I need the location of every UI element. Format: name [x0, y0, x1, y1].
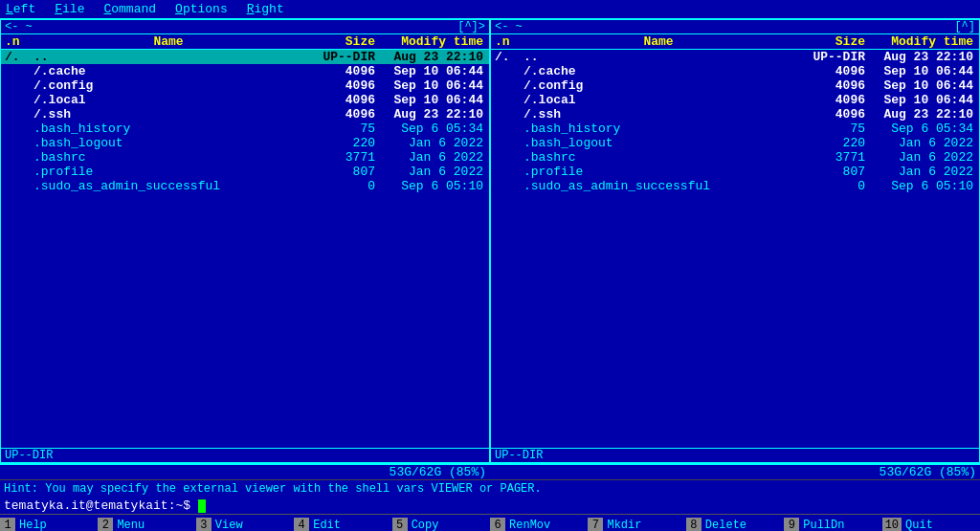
- left-panel-files[interactable]: /...UP--DIRAug 23 22:10/.cache4096Sep 10…: [1, 50, 489, 448]
- left-panel-topbar-right: [^]>: [457, 20, 485, 33]
- top-menu: Left File Command Options Right: [0, 0, 980, 19]
- left-panel: <- ~ [^]> .n Name Size Modify time /...U…: [0, 19, 490, 463]
- fkey-label-6: RenMov: [505, 518, 588, 532]
- fkey-4[interactable]: 4Edit: [294, 515, 391, 531]
- right-panel-path: <- ~: [495, 20, 523, 33]
- list-item[interactable]: /.config4096Sep 10 06:44: [491, 78, 979, 93]
- left-disk-status: 53G/62G (85%): [0, 464, 490, 479]
- menu-options[interactable]: Options: [175, 2, 228, 16]
- fkey-num-10: 10: [882, 518, 902, 532]
- right-panel: <- ~ [^] .n Name Size Modify time /...UP…: [490, 19, 980, 463]
- right-col-modify-header: Modify time: [865, 34, 975, 49]
- panels-container: <- ~ [^]> .n Name Size Modify time /...U…: [0, 19, 980, 464]
- list-item[interactable]: .bash_history75Sep 6 05:34: [1, 122, 489, 136]
- fkey-2[interactable]: 2Menu: [98, 515, 195, 531]
- fkey-label-1: Help: [15, 518, 98, 532]
- fkey-label-5: Copy: [408, 518, 490, 532]
- right-panel-topbar: <- ~ [^]: [491, 20, 979, 34]
- right-col-n-header: .n: [495, 34, 523, 49]
- fkey-num-5: 5: [392, 518, 408, 532]
- left-panel-path: <- ~: [5, 20, 33, 33]
- list-item[interactable]: /...UP--DIRAug 23 22:10: [491, 50, 979, 64]
- fkey-6[interactable]: 6RenMov: [490, 515, 588, 531]
- list-item[interactable]: .bash_history75Sep 6 05:34: [491, 122, 979, 136]
- left-panel-topbar: <- ~ [^]>: [1, 20, 489, 34]
- right-panel-topbar-right: [^]: [954, 20, 975, 33]
- fkey-10[interactable]: 10Quit: [882, 515, 980, 531]
- list-item[interactable]: /...UP--DIRAug 23 22:10: [1, 50, 489, 64]
- cmdline[interactable]: tematyka.it@tematykait:~$: [0, 498, 980, 514]
- menu-file[interactable]: File: [55, 2, 84, 16]
- list-item[interactable]: .bashrc3771Jan 6 2022: [491, 150, 979, 165]
- right-panel-statusbar: UP--DIR: [491, 448, 979, 462]
- fkey-label-7: Mkdir: [603, 518, 685, 532]
- right-col-name-header: Name: [523, 34, 793, 49]
- list-item[interactable]: /.local4096Sep 10 06:44: [1, 93, 489, 107]
- left-panel-header: .n Name Size Modify time: [1, 34, 489, 50]
- fkey-label-10: Quit: [902, 518, 980, 532]
- list-item[interactable]: .sudo_as_admin_successful0Sep 6 05:10: [1, 179, 489, 193]
- fkey-label-3: View: [212, 518, 294, 532]
- function-keys-bar: 1Help2Menu3View4Edit5Copy6RenMov7Mkdir8D…: [0, 514, 980, 531]
- fkey-1[interactable]: 1Help: [0, 515, 98, 531]
- menu-left[interactable]: Left: [6, 2, 35, 16]
- menu-right[interactable]: Right: [247, 2, 284, 16]
- fkey-5[interactable]: 5Copy: [392, 515, 490, 531]
- list-item[interactable]: /.cache4096Sep 10 06:44: [1, 64, 489, 78]
- left-col-n-header: .n: [5, 34, 33, 49]
- fkey-8[interactable]: 8Delete: [686, 515, 784, 531]
- right-panel-files[interactable]: /...UP--DIRAug 23 22:10/.cache4096Sep 10…: [491, 50, 979, 448]
- fkey-num-3: 3: [196, 518, 212, 532]
- fkey-label-9: PullDn: [799, 518, 881, 532]
- list-item[interactable]: /.config4096Sep 10 06:44: [1, 78, 489, 93]
- hint-text: Hint: You may specify the external viewe…: [4, 482, 542, 496]
- fkey-num-1: 1: [0, 518, 15, 532]
- fkey-7[interactable]: 7Mkdir: [588, 515, 685, 531]
- fkey-num-8: 8: [686, 518, 702, 532]
- cmdline-prompt: tematyka.it@tematykait:~$: [4, 498, 190, 513]
- list-item[interactable]: .bash_logout220Jan 6 2022: [1, 136, 489, 150]
- fkey-label-4: Edit: [309, 518, 391, 532]
- dual-status: 53G/62G (85%) 53G/62G (85%): [0, 464, 980, 479]
- fkey-3[interactable]: 3View: [196, 515, 294, 531]
- list-item[interactable]: /.local4096Sep 10 06:44: [491, 93, 979, 107]
- left-col-size-header: Size: [303, 34, 375, 49]
- list-item[interactable]: .profile807Jan 6 2022: [491, 165, 979, 179]
- left-col-modify-header: Modify time: [375, 34, 485, 49]
- cursor: [198, 499, 206, 513]
- right-disk-info: 53G/62G (85%): [880, 465, 976, 479]
- hint-line: Hint: You may specify the external viewe…: [0, 479, 980, 498]
- left-disk-info: 53G/62G (85%): [390, 465, 486, 479]
- fkey-num-6: 6: [490, 518, 505, 532]
- right-col-size-header: Size: [793, 34, 865, 49]
- fkey-num-9: 9: [784, 518, 799, 532]
- right-panel-header: .n Name Size Modify time: [491, 34, 979, 50]
- right-disk-status: 53G/62G (85%): [490, 464, 980, 479]
- list-item[interactable]: /.cache4096Sep 10 06:44: [491, 64, 979, 78]
- left-panel-statusbar: UP--DIR: [1, 448, 489, 462]
- fkey-num-7: 7: [588, 518, 603, 532]
- fkey-num-2: 2: [98, 518, 113, 532]
- fkey-9[interactable]: 9PullDn: [784, 515, 881, 531]
- list-item[interactable]: .profile807Jan 6 2022: [1, 165, 489, 179]
- fkey-num-4: 4: [294, 518, 309, 532]
- list-item[interactable]: /.ssh4096Aug 23 22:10: [1, 107, 489, 122]
- menu-command[interactable]: Command: [103, 2, 156, 16]
- fkey-label-8: Delete: [702, 518, 784, 532]
- left-col-name-header: Name: [33, 34, 303, 49]
- list-item[interactable]: /.ssh4096Aug 23 22:10: [491, 107, 979, 122]
- list-item[interactable]: .bashrc3771Jan 6 2022: [1, 150, 489, 165]
- list-item[interactable]: .sudo_as_admin_successful0Sep 6 05:10: [491, 179, 979, 193]
- fkey-label-2: Menu: [113, 518, 195, 532]
- list-item[interactable]: .bash_logout220Jan 6 2022: [491, 136, 979, 150]
